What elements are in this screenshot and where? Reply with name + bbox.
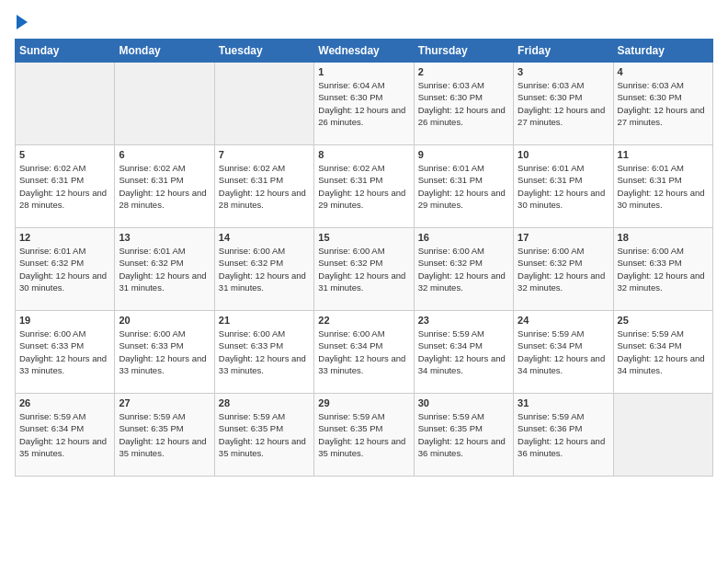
day-number: 15 xyxy=(318,232,409,243)
page-header xyxy=(15,15,713,29)
calendar-cell: 8Sunrise: 6:02 AMSunset: 6:31 PMDaylight… xyxy=(314,145,414,228)
day-number: 5 xyxy=(19,149,110,160)
cell-content: Sunrise: 5:59 AMSunset: 6:34 PMDaylight:… xyxy=(19,411,107,458)
calendar-cell xyxy=(16,63,115,145)
cell-content: Sunrise: 6:00 AMSunset: 6:33 PMDaylight:… xyxy=(19,328,107,375)
day-number: 20 xyxy=(119,315,210,326)
cell-content: Sunrise: 6:00 AMSunset: 6:32 PMDaylight:… xyxy=(418,246,506,293)
cell-content: Sunrise: 6:00 AMSunset: 6:33 PMDaylight:… xyxy=(119,328,206,375)
cell-content: Sunrise: 5:59 AMSunset: 6:35 PMDaylight:… xyxy=(318,411,405,458)
day-number: 24 xyxy=(518,315,609,326)
calendar-cell: 10Sunrise: 6:01 AMSunset: 6:31 PMDayligh… xyxy=(514,145,613,228)
cell-content: Sunrise: 6:01 AMSunset: 6:31 PMDaylight:… xyxy=(518,163,605,210)
day-number: 10 xyxy=(518,149,609,160)
day-number: 11 xyxy=(618,149,709,160)
day-number: 28 xyxy=(219,397,310,408)
day-header-monday: Monday xyxy=(115,40,214,63)
day-number: 26 xyxy=(19,397,110,408)
calendar-cell: 17Sunrise: 6:00 AMSunset: 6:32 PMDayligh… xyxy=(514,228,613,311)
cell-content: Sunrise: 5:59 AMSunset: 6:35 PMDaylight:… xyxy=(119,411,206,458)
calendar-cell: 13Sunrise: 6:01 AMSunset: 6:32 PMDayligh… xyxy=(115,228,214,311)
calendar-cell: 4Sunrise: 6:03 AMSunset: 6:30 PMDaylight… xyxy=(613,63,712,145)
calendar-cell: 15Sunrise: 6:00 AMSunset: 6:32 PMDayligh… xyxy=(314,228,414,311)
cell-content: Sunrise: 6:00 AMSunset: 6:34 PMDaylight:… xyxy=(318,328,405,375)
week-row-1: 1Sunrise: 6:04 AMSunset: 6:30 PMDaylight… xyxy=(16,63,713,145)
day-number: 21 xyxy=(219,315,310,326)
calendar-cell: 19Sunrise: 6:00 AMSunset: 6:33 PMDayligh… xyxy=(16,311,115,394)
cell-content: Sunrise: 6:03 AMSunset: 6:30 PMDaylight:… xyxy=(518,80,605,127)
cell-content: Sunrise: 6:00 AMSunset: 6:32 PMDaylight:… xyxy=(518,246,605,293)
day-number: 31 xyxy=(518,397,609,408)
cell-content: Sunrise: 6:02 AMSunset: 6:31 PMDaylight:… xyxy=(19,163,107,210)
header-row: SundayMondayTuesdayWednesdayThursdayFrid… xyxy=(16,40,713,63)
day-header-thursday: Thursday xyxy=(414,40,513,63)
cell-content: Sunrise: 6:03 AMSunset: 6:30 PMDaylight:… xyxy=(418,80,506,127)
calendar-cell: 14Sunrise: 6:00 AMSunset: 6:32 PMDayligh… xyxy=(214,228,313,311)
day-number: 8 xyxy=(318,149,409,160)
calendar-cell: 6Sunrise: 6:02 AMSunset: 6:31 PMDaylight… xyxy=(115,145,214,228)
calendar-cell: 3Sunrise: 6:03 AMSunset: 6:30 PMDaylight… xyxy=(514,63,613,145)
calendar-cell: 27Sunrise: 5:59 AMSunset: 6:35 PMDayligh… xyxy=(115,394,214,477)
day-header-saturday: Saturday xyxy=(613,40,712,63)
cell-content: Sunrise: 6:04 AMSunset: 6:30 PMDaylight:… xyxy=(318,80,405,127)
cell-content: Sunrise: 5:59 AMSunset: 6:34 PMDaylight:… xyxy=(418,328,506,375)
day-number: 16 xyxy=(418,232,509,243)
calendar-cell: 9Sunrise: 6:01 AMSunset: 6:31 PMDaylight… xyxy=(414,145,513,228)
calendar-cell: 1Sunrise: 6:04 AMSunset: 6:30 PMDaylight… xyxy=(314,63,414,145)
day-number: 23 xyxy=(418,315,509,326)
cell-content: Sunrise: 6:02 AMSunset: 6:31 PMDaylight:… xyxy=(219,163,306,210)
day-number: 13 xyxy=(119,232,210,243)
day-number: 1 xyxy=(318,66,409,77)
cell-content: Sunrise: 6:00 AMSunset: 6:32 PMDaylight:… xyxy=(318,246,405,293)
calendar-cell xyxy=(115,63,214,145)
day-header-friday: Friday xyxy=(514,40,613,63)
day-number: 12 xyxy=(19,232,110,243)
day-number: 17 xyxy=(518,232,609,243)
cell-content: Sunrise: 6:03 AMSunset: 6:30 PMDaylight:… xyxy=(618,80,705,127)
calendar-table: SundayMondayTuesdayWednesdayThursdayFrid… xyxy=(15,39,713,477)
calendar-cell: 24Sunrise: 5:59 AMSunset: 6:34 PMDayligh… xyxy=(514,311,613,394)
day-number: 6 xyxy=(119,149,210,160)
calendar-cell: 2Sunrise: 6:03 AMSunset: 6:30 PMDaylight… xyxy=(414,63,513,145)
calendar-cell: 7Sunrise: 6:02 AMSunset: 6:31 PMDaylight… xyxy=(214,145,313,228)
day-number: 25 xyxy=(618,315,709,326)
calendar-cell: 26Sunrise: 5:59 AMSunset: 6:34 PMDayligh… xyxy=(16,394,115,477)
calendar-cell: 16Sunrise: 6:00 AMSunset: 6:32 PMDayligh… xyxy=(414,228,513,311)
cell-content: Sunrise: 6:01 AMSunset: 6:32 PMDaylight:… xyxy=(19,246,107,293)
week-row-2: 5Sunrise: 6:02 AMSunset: 6:31 PMDaylight… xyxy=(16,145,713,228)
week-row-4: 19Sunrise: 6:00 AMSunset: 6:33 PMDayligh… xyxy=(16,311,713,394)
week-row-3: 12Sunrise: 6:01 AMSunset: 6:32 PMDayligh… xyxy=(16,228,713,311)
day-header-tuesday: Tuesday xyxy=(214,40,313,63)
day-number: 2 xyxy=(418,66,509,77)
day-header-sunday: Sunday xyxy=(16,40,115,63)
calendar-cell: 20Sunrise: 6:00 AMSunset: 6:33 PMDayligh… xyxy=(115,311,214,394)
logo xyxy=(15,15,28,29)
calendar-cell: 11Sunrise: 6:01 AMSunset: 6:31 PMDayligh… xyxy=(613,145,712,228)
day-number: 30 xyxy=(418,397,509,408)
day-number: 9 xyxy=(418,149,509,160)
logo-arrow-icon xyxy=(17,15,28,29)
calendar-cell: 29Sunrise: 5:59 AMSunset: 6:35 PMDayligh… xyxy=(314,394,414,477)
cell-content: Sunrise: 5:59 AMSunset: 6:35 PMDaylight:… xyxy=(219,411,306,458)
day-number: 3 xyxy=(518,66,609,77)
day-number: 22 xyxy=(318,315,409,326)
cell-content: Sunrise: 6:00 AMSunset: 6:33 PMDaylight:… xyxy=(618,246,705,293)
calendar-cell: 23Sunrise: 5:59 AMSunset: 6:34 PMDayligh… xyxy=(414,311,513,394)
calendar-cell: 5Sunrise: 6:02 AMSunset: 6:31 PMDaylight… xyxy=(16,145,115,228)
cell-content: Sunrise: 6:02 AMSunset: 6:31 PMDaylight:… xyxy=(119,163,206,210)
cell-content: Sunrise: 5:59 AMSunset: 6:34 PMDaylight:… xyxy=(518,328,605,375)
cell-content: Sunrise: 6:00 AMSunset: 6:33 PMDaylight:… xyxy=(219,328,306,375)
day-number: 19 xyxy=(19,315,110,326)
cell-content: Sunrise: 6:01 AMSunset: 6:32 PMDaylight:… xyxy=(119,246,206,293)
cell-content: Sunrise: 5:59 AMSunset: 6:34 PMDaylight:… xyxy=(618,328,705,375)
cell-content: Sunrise: 6:01 AMSunset: 6:31 PMDaylight:… xyxy=(618,163,705,210)
calendar-cell: 21Sunrise: 6:00 AMSunset: 6:33 PMDayligh… xyxy=(214,311,313,394)
cell-content: Sunrise: 6:02 AMSunset: 6:31 PMDaylight:… xyxy=(318,163,405,210)
calendar-cell: 25Sunrise: 5:59 AMSunset: 6:34 PMDayligh… xyxy=(613,311,712,394)
calendar-cell xyxy=(613,394,712,477)
calendar-cell: 28Sunrise: 5:59 AMSunset: 6:35 PMDayligh… xyxy=(214,394,313,477)
calendar-cell: 22Sunrise: 6:00 AMSunset: 6:34 PMDayligh… xyxy=(314,311,414,394)
calendar-cell xyxy=(214,63,313,145)
day-number: 18 xyxy=(618,232,709,243)
day-number: 4 xyxy=(618,66,709,77)
